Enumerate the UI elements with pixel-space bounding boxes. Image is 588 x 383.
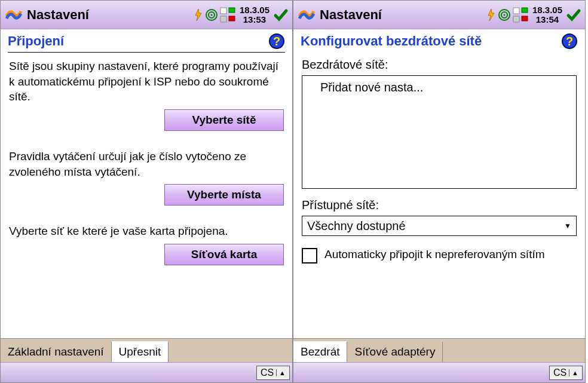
section-header: Připojení ? — [1, 29, 292, 51]
tabbar: Základní nastavení Upřesnit — [1, 338, 292, 362]
svg-rect-6 — [220, 16, 226, 22]
ok-check-icon[interactable] — [566, 7, 581, 23]
svg-rect-14 — [513, 8, 519, 14]
status-icons: 18.3.05 13:53 — [193, 5, 289, 24]
accessible-networks-dropdown[interactable]: Všechny dostupné ▼ — [302, 216, 577, 236]
sip-button[interactable]: CS ▲ — [256, 366, 290, 380]
networks-description: Sítě jsou skupiny nastavení, které progr… — [9, 59, 284, 105]
titlebar[interactable]: Nastavení 18.3.05 13:53 — [1, 1, 292, 29]
connectivity-icon[interactable] — [219, 6, 236, 24]
tab-basic-settings[interactable]: Základní nastavení — [1, 342, 112, 362]
tab-wireless[interactable]: Bezdrát — [293, 341, 347, 362]
connectivity-icon[interactable] — [512, 6, 529, 24]
section-title: Konfigurovat bezdrátové sítě — [301, 33, 482, 49]
content-area: Sítě jsou skupiny nastavení, které progr… — [1, 59, 292, 338]
clock[interactable]: 18.3.05 13:54 — [532, 5, 562, 24]
wireless-networks-label: Bezdrátové sítě: — [302, 58, 577, 72]
select-networks-button[interactable]: Vyberte sítě — [164, 109, 284, 131]
start-logo-icon[interactable] — [297, 5, 316, 24]
bottombar: CS ▲ — [293, 362, 585, 382]
charging-icon — [486, 8, 497, 22]
select-locations-button[interactable]: Vyberte místa — [164, 184, 284, 206]
content-area: Bezdrátové sítě: Přidat nové nasta... Př… — [293, 58, 585, 338]
section-title: Připojení — [8, 33, 64, 49]
svg-rect-17 — [522, 16, 528, 21]
network-card-button[interactable]: Síťová karta — [164, 244, 284, 265]
app-title: Nastavení — [27, 7, 89, 23]
wireless-networks-listbox[interactable]: Přidat nové nasta... — [302, 75, 577, 189]
svg-rect-5 — [229, 8, 235, 13]
help-icon[interactable]: ? — [561, 33, 578, 50]
help-icon[interactable]: ? — [268, 33, 285, 50]
svg-rect-7 — [229, 16, 235, 21]
sip-arrow-icon: ▲ — [569, 369, 578, 376]
volume-icon[interactable] — [205, 8, 218, 22]
list-item-add-new[interactable]: Přidat nové nasta... — [320, 81, 576, 94]
svg-marker-0 — [195, 9, 201, 21]
sip-label: CS — [261, 367, 274, 378]
device-right: Nastavení 18.3.05 13:54 Konfigurovat bez… — [293, 0, 586, 383]
divider — [8, 52, 285, 53]
app-title: Nastavení — [320, 7, 382, 23]
time-text: 13:53 — [243, 15, 266, 24]
tab-network-adapters[interactable]: Síťové adaptéry — [347, 342, 443, 362]
svg-rect-4 — [220, 8, 226, 14]
dropdown-value: Všechny dostupné — [307, 219, 406, 233]
section-header: Konfigurovat bezdrátové sítě ? — [293, 29, 585, 51]
bottombar: CS ▲ — [1, 362, 292, 382]
device-left: Nastavení 18.3.05 13:53 Připojení ? Sítě… — [0, 0, 293, 383]
tabbar: Bezdrát Síťové adaptéry — [293, 338, 585, 362]
accessible-networks-label: Přístupné sítě: — [302, 198, 577, 212]
svg-rect-15 — [522, 8, 528, 13]
auto-connect-label: Automaticky připojit k nepreferovaným sí… — [324, 247, 545, 262]
start-logo-icon[interactable] — [4, 5, 23, 24]
sip-label: CS — [553, 367, 566, 378]
date-text: 18.3.05 — [240, 5, 270, 15]
sip-arrow-icon: ▲ — [276, 369, 286, 376]
auto-connect-checkbox[interactable] — [302, 248, 317, 263]
tab-advanced[interactable]: Upřesnit — [112, 341, 169, 362]
svg-rect-16 — [513, 16, 519, 22]
dialing-description: Pravidla vytáčení určují jak je číslo vy… — [9, 149, 284, 179]
ok-check-icon[interactable] — [273, 7, 289, 23]
svg-marker-10 — [488, 9, 494, 21]
time-text: 13:54 — [536, 15, 559, 24]
clock[interactable]: 18.3.05 13:53 — [240, 5, 270, 24]
status-icons: 18.3.05 13:54 — [486, 5, 581, 24]
svg-text:?: ? — [566, 35, 573, 48]
volume-icon[interactable] — [498, 8, 511, 22]
sip-button[interactable]: CS ▲ — [549, 366, 583, 380]
chevron-down-icon: ▼ — [564, 222, 571, 230]
card-description: Vyberte síť ke které je vaše karta připo… — [9, 223, 284, 239]
svg-point-13 — [503, 14, 505, 16]
titlebar[interactable]: Nastavení 18.3.05 13:54 — [293, 1, 585, 29]
date-text: 18.3.05 — [532, 5, 562, 15]
charging-icon — [193, 8, 204, 22]
svg-point-3 — [210, 14, 212, 16]
auto-connect-row[interactable]: Automaticky připojit k nepreferovaným sí… — [302, 247, 577, 263]
svg-text:?: ? — [273, 35, 280, 48]
